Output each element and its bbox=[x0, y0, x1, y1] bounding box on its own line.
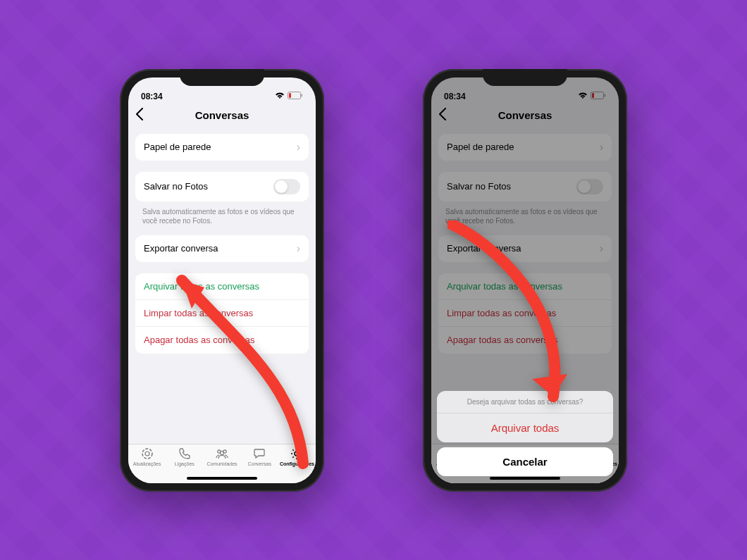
home-indicator[interactable] bbox=[490, 477, 560, 480]
tab-chats-label: Conversas bbox=[247, 461, 271, 466]
phone-notch bbox=[483, 69, 567, 86]
save-photos-toggle[interactable] bbox=[273, 179, 300, 194]
phone-notch bbox=[180, 69, 264, 86]
battery-icon bbox=[288, 92, 303, 101]
wifi-icon bbox=[275, 92, 285, 101]
row-export[interactable]: Exportar conversa › bbox=[135, 235, 309, 262]
group-wallpaper: Papel de parede › bbox=[135, 134, 309, 161]
tab-updates[interactable]: Atualizações bbox=[128, 447, 166, 466]
row-archive-all-label: Arquivar todas as conversas bbox=[144, 281, 259, 292]
phone-frame-left: 08:34 Conversas bbox=[120, 69, 324, 492]
home-indicator[interactable] bbox=[187, 477, 257, 480]
tab-calls[interactable]: Ligações bbox=[166, 447, 203, 466]
chat-bubble-icon bbox=[252, 447, 266, 460]
svg-rect-2 bbox=[302, 94, 303, 97]
tab-calls-label: Ligações bbox=[175, 461, 195, 466]
svg-point-8 bbox=[295, 452, 299, 456]
tab-settings-label: Configurações bbox=[280, 461, 314, 466]
tab-settings[interactable]: Configurações bbox=[278, 447, 316, 466]
action-sheet: Deseja arquivar todas as conversas? Arqu… bbox=[437, 391, 613, 476]
save-photos-note: Salva automaticamente as fotos e os víde… bbox=[135, 204, 309, 225]
svg-point-3 bbox=[142, 449, 152, 459]
action-sheet-group: Deseja arquivar todas as conversas? Arqu… bbox=[437, 391, 613, 442]
row-save-photos[interactable]: Salvar no Fotos bbox=[135, 172, 309, 201]
svg-point-4 bbox=[145, 452, 149, 456]
row-clear-all-label: Limpar todas as conversas bbox=[144, 308, 253, 318]
tab-communities[interactable]: Comunidades bbox=[203, 447, 240, 466]
stage: 08:34 Conversas bbox=[0, 0, 747, 560]
chevron-right-icon: › bbox=[297, 141, 300, 154]
phone-frame-right: 08:34 Conversas bbox=[423, 69, 627, 492]
row-archive-all[interactable]: Arquivar todas as conversas bbox=[135, 273, 309, 300]
tab-communities-label: Comunidades bbox=[206, 461, 237, 466]
group-export: Exportar conversa › bbox=[135, 235, 309, 262]
status-right bbox=[275, 92, 303, 101]
gear-icon bbox=[290, 447, 304, 460]
phone-screen-right: 08:34 Conversas bbox=[431, 77, 619, 483]
group-save-photos: Salvar no Fotos bbox=[135, 172, 309, 201]
row-save-photos-label: Salvar no Fotos bbox=[144, 181, 208, 192]
nav-header: Conversas bbox=[128, 103, 316, 128]
communities-icon bbox=[215, 447, 229, 460]
status-circle-icon bbox=[140, 447, 154, 460]
row-wallpaper-label: Papel de parede bbox=[144, 142, 211, 152]
svg-point-7 bbox=[221, 451, 224, 454]
row-delete-all[interactable]: Apagar todas as conversas bbox=[135, 327, 309, 354]
phone-screen-left: 08:34 Conversas bbox=[128, 77, 316, 483]
tab-chats[interactable]: Conversas bbox=[241, 447, 278, 466]
action-sheet-prompt: Deseja arquivar todas as conversas? bbox=[437, 391, 613, 413]
phone-icon bbox=[178, 447, 192, 460]
chevron-right-icon: › bbox=[297, 242, 300, 255]
back-button[interactable] bbox=[135, 106, 144, 125]
svg-rect-1 bbox=[289, 93, 291, 98]
action-sheet-cancel[interactable]: Cancelar bbox=[437, 447, 613, 476]
row-wallpaper[interactable]: Papel de parede › bbox=[135, 134, 309, 161]
group-actions: Arquivar todas as conversas Limpar todas… bbox=[135, 273, 309, 354]
action-sheet-confirm[interactable]: Arquivar todas bbox=[437, 413, 613, 442]
row-delete-all-label: Apagar todas as conversas bbox=[144, 335, 255, 345]
row-clear-all[interactable]: Limpar todas as conversas bbox=[135, 300, 309, 327]
page-title: Conversas bbox=[195, 109, 249, 121]
tab-updates-label: Atualizações bbox=[133, 461, 161, 466]
row-export-label: Exportar conversa bbox=[144, 243, 218, 254]
status-time: 08:34 bbox=[141, 92, 163, 101]
settings-content: Papel de parede › Salvar no Fotos Salva … bbox=[128, 128, 316, 444]
